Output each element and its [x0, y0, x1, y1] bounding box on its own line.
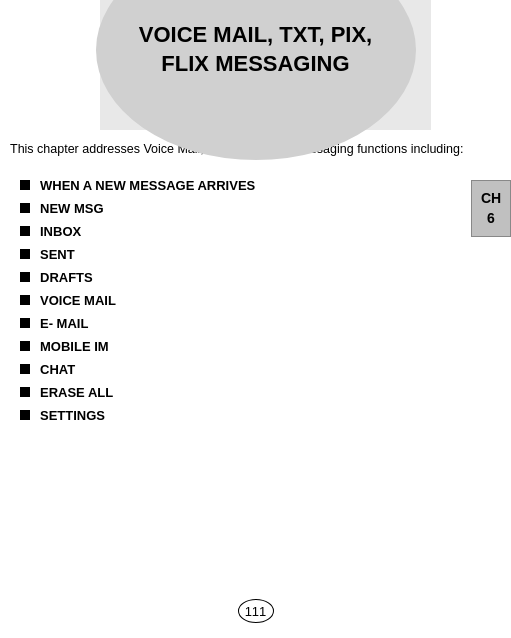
list-label: VOICE MAIL [40, 293, 116, 308]
bullet-icon [20, 318, 30, 328]
bullet-icon [20, 295, 30, 305]
page-number-text: 111 [245, 604, 267, 619]
list-item: SETTINGS [20, 404, 496, 427]
list-label: ERASE ALL [40, 385, 113, 400]
list-item: MOBILE IM [20, 335, 496, 358]
list-item: SENT [20, 243, 496, 266]
bullet-icon [20, 341, 30, 351]
list-label: E- MAIL [40, 316, 88, 331]
list-section: WHEN A NEW MESSAGE ARRIVES NEW MSG INBOX… [0, 169, 511, 432]
list-item: DRAFTS [20, 266, 496, 289]
bullet-icon [20, 387, 30, 397]
list-item: E- MAIL [20, 312, 496, 335]
title-line1: VOICE MAIL, TXT, PIX, [139, 22, 372, 47]
list-label-chat: CHAT [40, 362, 75, 377]
bullet-icon [20, 410, 30, 420]
list-item: WHEN A NEW MESSAGE ARRIVES [20, 174, 496, 197]
list-label: MOBILE IM [40, 339, 109, 354]
list-label: SENT [40, 247, 75, 262]
bullet-icon [20, 226, 30, 236]
ch-label: CH [481, 190, 501, 206]
list-item: NEW MSG [20, 197, 496, 220]
bullet-icon [20, 364, 30, 374]
list-item-chat: CHAT [20, 358, 496, 381]
bullet-icon [20, 203, 30, 213]
list-label: INBOX [40, 224, 81, 239]
list-label: NEW MSG [40, 201, 104, 216]
list-label: WHEN A NEW MESSAGE ARRIVES [40, 178, 255, 193]
bullet-icon [20, 272, 30, 282]
chapter-tab: CH 6 [471, 180, 511, 237]
bullet-icon [20, 249, 30, 259]
chapter-number: 6 [487, 210, 495, 226]
list-label: DRAFTS [40, 270, 93, 285]
list-label: SETTINGS [40, 408, 105, 423]
list-item: ERASE ALL [20, 381, 496, 404]
main-content: This chapter addresses Voice Mail, TXT, … [0, 130, 511, 638]
bullet-icon [20, 180, 30, 190]
title-line2: FLIX MESSAGING [161, 51, 349, 76]
list-item: INBOX [20, 220, 496, 243]
page-number: 111 [238, 599, 274, 623]
page-title: VOICE MAIL, TXT, PIX, FLIX MESSAGING [119, 1, 392, 98]
page-container: VOICE MAIL, TXT, PIX, FLIX MESSAGING Thi… [0, 0, 511, 638]
list-item: VOICE MAIL [20, 289, 496, 312]
